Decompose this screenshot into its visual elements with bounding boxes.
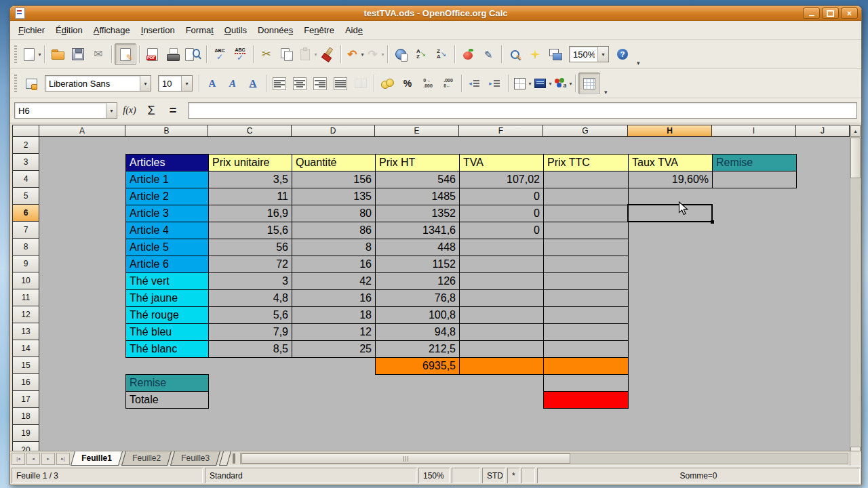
previous-sheet-button[interactable]: ◂ — [26, 453, 40, 465]
row-header-4[interactable]: 4 — [12, 171, 39, 188]
status-signature[interactable] — [521, 468, 535, 483]
cell-e13[interactable]: 94,8 — [375, 323, 460, 341]
menu-outils[interactable]: Outils — [219, 23, 252, 37]
borders-button[interactable]: ▾ — [511, 73, 532, 94]
undo-button[interactable]: ↶▾ — [344, 44, 364, 64]
paste-button[interactable]: ▾ — [297, 44, 317, 64]
cell-e6[interactable]: 1352 — [375, 205, 460, 222]
status-modified-flag[interactable]: * — [507, 468, 519, 483]
scroll-up-button[interactable]: ▴ — [850, 125, 861, 137]
merge-cells-button[interactable] — [351, 73, 371, 94]
horizontal-scrollbar[interactable] — [240, 453, 848, 464]
sum-button[interactable]: Σ — [142, 102, 161, 119]
row-header-3[interactable]: 3 — [12, 154, 39, 171]
cell-b13[interactable]: Thé bleu — [125, 323, 209, 341]
sort-ascending-button[interactable]: AZ↘ — [411, 44, 431, 64]
column-header-i[interactable]: I — [712, 125, 796, 137]
cell-b8[interactable]: Article 5 — [125, 239, 209, 256]
column-header-c[interactable]: C — [208, 125, 292, 137]
minimize-button[interactable] — [803, 7, 820, 19]
cell-i4[interactable] — [712, 171, 797, 188]
cell-i3[interactable]: Remise — [712, 154, 797, 171]
cell-b10[interactable]: Thé vert — [125, 272, 209, 290]
cell-g15[interactable] — [543, 357, 629, 375]
cell-b9[interactable]: Article 6 — [125, 256, 209, 273]
font-color-button[interactable]: a▾ — [552, 73, 572, 94]
export-pdf-button[interactable]: PDF — [142, 44, 163, 64]
styles-button[interactable] — [21, 73, 41, 94]
name-box-dropdown-arrow[interactable]: ▾ — [106, 103, 117, 118]
row-header-8[interactable]: 8 — [12, 239, 39, 256]
cell-e12[interactable]: 100,8 — [375, 306, 460, 324]
align-left-button[interactable] — [269, 73, 290, 94]
cell-g6[interactable] — [543, 205, 629, 222]
cell-c3[interactable]: Prix unitaire — [208, 154, 292, 171]
new-document-button[interactable]: ▾ — [21, 44, 41, 64]
cell-c5[interactable]: 11 — [208, 188, 292, 205]
page-preview-button[interactable] — [183, 44, 203, 64]
row-header-6[interactable]: 6 — [12, 205, 39, 222]
cell-b12[interactable]: Thé rouge — [125, 306, 209, 324]
hyperlink-button[interactable] — [391, 44, 411, 64]
cell-c11[interactable]: 4,8 — [208, 289, 292, 307]
row-header-16[interactable]: 16 — [12, 374, 39, 391]
cell-e3[interactable]: Prix HT — [375, 154, 460, 171]
cell-h4[interactable]: 19,60% — [628, 171, 713, 188]
grid-visible-button[interactable] — [578, 73, 600, 94]
cell-b6[interactable]: Article 3 — [125, 205, 209, 222]
status-sheet-position[interactable]: Feuille 1 / 3 — [12, 468, 203, 483]
sort-descending-button[interactable]: ZA↘ — [431, 44, 452, 64]
cell-b3[interactable]: Articles — [125, 154, 209, 171]
cell-e8[interactable]: 448 — [375, 239, 460, 256]
font-color-dropdown-arrow[interactable]: ▾ — [569, 81, 572, 87]
cell-g14[interactable] — [543, 340, 629, 358]
cell-e11[interactable]: 76,8 — [375, 289, 460, 307]
menu-fichier[interactable]: Fichier — [13, 23, 50, 37]
cell-e4[interactable]: 546 — [375, 171, 460, 188]
undo-dropdown-arrow[interactable]: ▾ — [361, 52, 363, 58]
last-sheet-button[interactable]: ▸| — [56, 453, 70, 465]
currency-format-button[interactable] — [377, 73, 397, 94]
column-header-f[interactable]: F — [459, 125, 543, 137]
cell-d13[interactable]: 12 — [292, 323, 376, 341]
cell-d11[interactable]: 16 — [292, 289, 376, 307]
underline-button[interactable]: A — [243, 73, 263, 94]
cell-b7[interactable]: Article 4 — [125, 222, 209, 239]
cell-g8[interactable] — [543, 239, 629, 256]
status-selection-mode[interactable]: STD — [482, 468, 505, 483]
gallery-button[interactable] — [545, 44, 566, 64]
cell-c10[interactable]: 3 — [208, 272, 292, 290]
first-sheet-button[interactable]: |◂ — [12, 453, 25, 465]
font-size-combo[interactable]: 10▾ — [158, 75, 193, 92]
cell-g4[interactable] — [543, 171, 629, 188]
row-header-5[interactable]: 5 — [12, 188, 39, 205]
spellcheck-button[interactable]: ABC✓ — [210, 44, 230, 64]
cell-d12[interactable]: 18 — [292, 306, 376, 324]
row-header-19[interactable]: 19 — [12, 425, 39, 442]
copy-button[interactable] — [277, 44, 297, 64]
cell-c9[interactable]: 72 — [208, 256, 292, 273]
cell-d5[interactable]: 135 — [292, 188, 376, 205]
insert-chart-button[interactable] — [458, 44, 478, 64]
next-sheet-button[interactable]: ▸ — [41, 453, 55, 465]
menu-aide[interactable]: Aide — [340, 23, 368, 37]
column-header-e[interactable]: E — [375, 125, 459, 137]
align-center-button[interactable] — [290, 73, 310, 94]
cell-d3[interactable]: Quantité — [292, 154, 376, 171]
tab-scroll-splitter[interactable] — [233, 453, 235, 464]
status-sum-field[interactable]: Somme=0 — [537, 468, 860, 483]
print-button[interactable] — [163, 44, 183, 64]
cell-d4[interactable]: 156 — [292, 171, 376, 188]
cut-button[interactable]: ✂ — [256, 44, 277, 64]
cell-e9[interactable]: 1152 — [375, 256, 460, 273]
cell-g3[interactable]: Prix TTC — [543, 154, 629, 171]
open-button[interactable] — [47, 44, 68, 64]
maximize-button[interactable] — [822, 7, 839, 19]
align-justified-button[interactable] — [330, 73, 351, 94]
menu-edition[interactable]: Édition — [50, 23, 88, 37]
row-header-17[interactable]: 17 — [12, 391, 39, 408]
format-paintbrush-button[interactable] — [317, 44, 338, 64]
cell-g11[interactable] — [543, 289, 629, 307]
row-header-7[interactable]: 7 — [12, 222, 39, 239]
zoom-select-combo[interactable]: 150%▾ — [569, 46, 609, 62]
